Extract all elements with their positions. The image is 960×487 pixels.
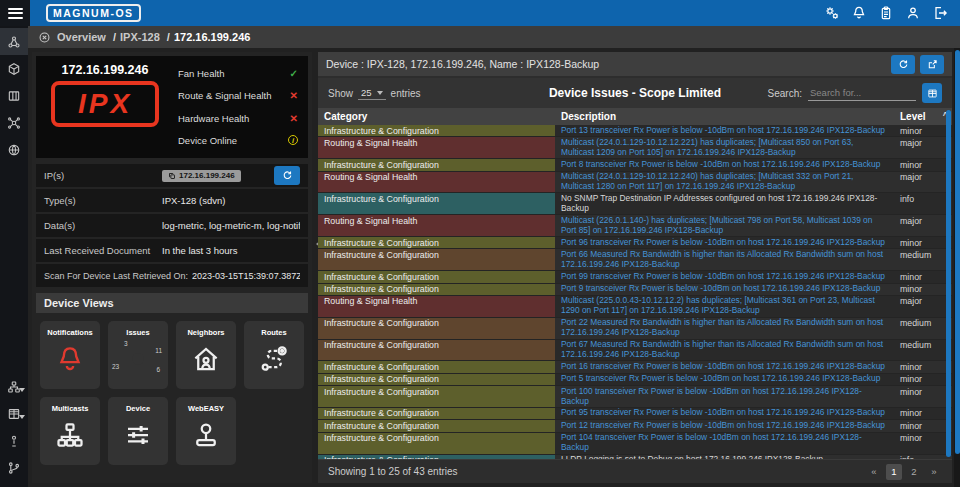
issue-category-cell: Infrastructure & Configuration xyxy=(318,193,555,215)
donut-label-info: 3 xyxy=(124,340,128,347)
column-header-level[interactable]: Level ^ xyxy=(894,108,952,125)
issue-description-link[interactable]: Port 96 transceiver Rx Power is below -1… xyxy=(561,237,885,247)
issue-description-cell: Port 8 transceiver Rx Power is below -10… xyxy=(555,159,894,171)
issues-donut-chart: 311623 xyxy=(125,346,151,372)
field-row-ip: IP(s) 172.16.199.246 xyxy=(36,164,308,187)
issue-category-cell: Infrastructure & Configuration xyxy=(318,386,555,408)
issue-description-link[interactable]: Port 8 transceiver Rx Power is below -10… xyxy=(561,159,880,169)
breadcrumb-segment[interactable]: Overview xyxy=(57,31,116,43)
sidebar-item-grid-icon[interactable] xyxy=(0,400,28,427)
device-view-tile-routes[interactable]: Routes xyxy=(244,321,304,389)
sidebar-item-globe-icon[interactable] xyxy=(0,136,28,163)
issue-description-link[interactable]: Port 99 transceiver Rx Power is below -1… xyxy=(561,271,885,281)
device-view-tile-notifications[interactable]: Notifications xyxy=(40,321,100,389)
issue-description-link[interactable]: Multicast (224.0.1.129-10.12.12.221) has… xyxy=(561,137,853,157)
page-size-select[interactable]: 25 xyxy=(358,86,386,100)
ip-address-badge[interactable]: 172.16.199.246 xyxy=(162,170,241,182)
issue-description-link[interactable]: Port 22 Measured Rx Bandwidth is higher … xyxy=(561,317,883,337)
issue-level-cell: minor xyxy=(894,386,952,408)
table-vertical-scrollbar[interactable] xyxy=(946,110,951,457)
issue-description-link[interactable]: Multicast (224.0.1.129-10.12.12.240) has… xyxy=(561,171,853,191)
issue-category-cell: Infrastructure & Configuration xyxy=(318,373,555,385)
chevron-down-icon xyxy=(19,415,25,419)
issue-row: Infrastructure & Configuration Port 12 t… xyxy=(318,420,952,432)
issue-level-cell: minor xyxy=(894,237,952,249)
left-icon-sidebar xyxy=(0,26,28,487)
settings-gears-icon[interactable] xyxy=(824,5,840,21)
issue-description-cell: Port 12 transceiver Rx Power is below -1… xyxy=(555,420,894,432)
issue-level-cell: info xyxy=(894,193,952,215)
issue-category-cell: Infrastructure & Configuration xyxy=(318,249,555,271)
issue-description-link[interactable]: Port 5 transceiver Rx Power is below -10… xyxy=(561,373,880,383)
tile-label: Notifications xyxy=(47,328,92,337)
search-label: Search: xyxy=(768,88,802,99)
device-view-tile-device[interactable]: Device xyxy=(108,397,168,465)
export-grid-button[interactable] xyxy=(922,83,942,103)
breadcrumb-segment[interactable]: 172.16.199.246 xyxy=(174,31,250,43)
donut-label-medium: 6 xyxy=(156,366,160,373)
page-button[interactable]: « xyxy=(866,464,882,480)
breadcrumb-segment[interactable]: IPX-128 xyxy=(120,31,170,43)
issue-row: Infrastructure & Configuration Port 104 … xyxy=(318,432,952,454)
health-label: Hardware Health xyxy=(178,113,249,124)
issue-category-cell: Routing & Signal Health xyxy=(318,295,555,317)
open-external-button[interactable] xyxy=(920,55,944,74)
sidebar-item-cube-icon[interactable] xyxy=(0,55,28,82)
menu-icon[interactable] xyxy=(0,0,30,26)
sidebar-item-topology-icon[interactable] xyxy=(0,28,28,55)
sidebar-item-person-info-icon[interactable] xyxy=(0,427,28,454)
field-row-data: Data(s) log-metric, log-metric-m, log-no… xyxy=(36,214,308,237)
issue-description-link[interactable]: Port 66 Measured Rx Bandwidth is higher … xyxy=(561,249,883,269)
device-fields: IP(s) 172.16.199.246 Type(s) IPX-128 (sd… xyxy=(36,164,308,287)
column-header-category[interactable]: Category xyxy=(318,108,555,125)
search-input[interactable] xyxy=(808,85,916,101)
issue-description-link[interactable]: Port 104 transceiver Rx Power is below -… xyxy=(561,432,862,452)
issue-description-link[interactable]: Port 9 transceiver Rx Power is below -10… xyxy=(561,283,880,293)
sidebar-item-branch-icon[interactable] xyxy=(0,454,28,481)
issue-category-cell: Infrastructure & Configuration xyxy=(318,271,555,283)
device-view-tile-neighbors[interactable]: Neighbors xyxy=(176,321,236,389)
page-scrollbar-thumb[interactable] xyxy=(955,50,960,454)
external-link-icon xyxy=(927,59,938,70)
issue-row: Infrastructure & Configuration Port 95 t… xyxy=(318,407,952,419)
ip-refresh-button[interactable] xyxy=(274,166,300,185)
issue-description-link[interactable]: Port 16 transceiver Rx Power is below -1… xyxy=(561,361,885,371)
device-summary-panel: 172.16.199.246 IPX Fan Health ✓ xyxy=(32,52,312,483)
pagination: «12» xyxy=(866,464,942,480)
page-button[interactable]: 2 xyxy=(906,464,922,480)
tile-label: Routes xyxy=(261,328,286,337)
tile-icon xyxy=(54,344,86,374)
sidebar-item-network-icon[interactable] xyxy=(0,373,28,400)
issue-level-cell: major xyxy=(894,137,952,159)
page-button[interactable]: » xyxy=(926,464,942,480)
refresh-icon xyxy=(282,170,293,181)
issue-row: Infrastructure & Configuration Port 5 tr… xyxy=(318,373,952,385)
issue-description-cell: No SNMP Trap Destination IP Addresses co… xyxy=(555,193,894,215)
issue-description-link[interactable]: Multicast (225.0.0.43-10.12.12.2) has du… xyxy=(561,295,875,315)
issue-level-cell: minor xyxy=(894,407,952,419)
issue-description-link[interactable]: Multicast (226.0.1.140-) has duplicates;… xyxy=(561,215,872,235)
refresh-panel-button[interactable] xyxy=(891,55,915,74)
issue-row: Infrastructure & Configuration Port 100 … xyxy=(318,386,952,408)
copy-icon xyxy=(168,172,176,180)
issue-category-cell: Infrastructure & Configuration xyxy=(318,125,555,137)
issue-description-link[interactable]: Port 95 transceiver Rx Power is below -1… xyxy=(561,407,885,417)
issue-description-link[interactable]: Port 100 transceiver Rx Power is below -… xyxy=(561,386,862,406)
notifications-bell-icon[interactable] xyxy=(851,5,867,21)
device-view-tile-webeasy[interactable]: WebEASY xyxy=(176,397,236,465)
user-icon[interactable] xyxy=(905,5,921,21)
issue-category-cell: Infrastructure & Configuration xyxy=(318,339,555,361)
page-button[interactable]: 1 xyxy=(886,464,902,480)
logout-icon[interactable] xyxy=(932,5,948,21)
clipboard-icon[interactable] xyxy=(878,5,894,21)
health-label: Route & Signal Health xyxy=(178,90,271,101)
issue-description-link[interactable]: Port 13 transceiver Rx Power is below -1… xyxy=(561,125,885,135)
issue-description-link[interactable]: Port 12 transceiver Rx Power is below -1… xyxy=(561,420,885,430)
column-header-description[interactable]: Description xyxy=(555,108,894,125)
issue-description-link[interactable]: Port 67 Measured Rx Bandwidth is higher … xyxy=(561,339,883,359)
device-view-tile-issues[interactable]: Issues 311623 xyxy=(108,321,168,389)
sidebar-item-columns-icon[interactable] xyxy=(0,82,28,109)
device-view-tile-multicasts[interactable]: Multicasts xyxy=(40,397,100,465)
entries-label: entries xyxy=(391,88,421,99)
sidebar-item-gear-network-icon[interactable] xyxy=(0,109,28,136)
